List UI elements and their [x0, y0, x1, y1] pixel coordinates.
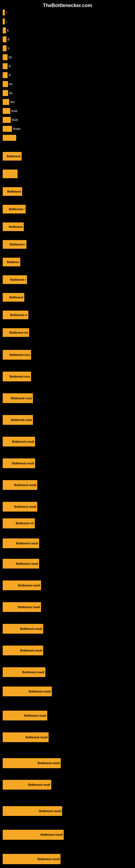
- bar-row: Bo: [3, 90, 13, 96]
- bar-row: Bottleneck result: [3, 758, 62, 768]
- bar-row: Bottleneck: [3, 187, 23, 196]
- bar: Bottleneck resul: [3, 393, 33, 403]
- bar: Bottleneck result: [3, 830, 64, 840]
- bar-inner-text: Bottleneck result: [22, 671, 44, 674]
- bar-label: Bottl: [10, 109, 17, 113]
- bar-row: Bottleneck result: [3, 667, 46, 677]
- bar-row: Bottleneck result: [3, 806, 63, 816]
- bar-inner-text: Bottleneck result: [38, 858, 59, 861]
- bar-inner-text: Bottleneck res: [9, 331, 28, 334]
- bar-inner-text: Bottleneck ref: [16, 522, 34, 525]
- bar-row: Bo: [3, 54, 12, 60]
- bar: Bottleneck result: [3, 806, 62, 816]
- bar-row: Bottleneck result: [3, 437, 36, 446]
- bar-label: Bo: [8, 56, 12, 59]
- bar: Bottleneck result: [3, 458, 35, 468]
- bar-label: Bottl: [11, 118, 18, 122]
- bar-inner-text: Bottleneck result: [18, 584, 40, 587]
- bar: Bottleneck result: [3, 502, 37, 512]
- bar: Bottleneck result: [3, 667, 45, 677]
- bar-row: Bottleneck result: [3, 559, 40, 568]
- bar-label: Bot: [9, 100, 15, 104]
- bar-row: [3, 169, 18, 178]
- bar: Bottleneck result: [3, 733, 49, 742]
- bar-inner-text: Bottleneck resul: [11, 418, 32, 422]
- bar-label: E: [6, 29, 9, 32]
- bar: Bottleneck: [3, 187, 22, 196]
- bar: [3, 90, 8, 96]
- bar-row: [3, 135, 17, 141]
- bar-row: Bottl: [3, 108, 17, 114]
- bar-inner-text: Bottleneck re: [10, 314, 27, 316]
- bar: [3, 9, 5, 16]
- bar-row: E: [3, 27, 9, 33]
- bar: [3, 72, 8, 78]
- bar-row: Bottleneck resu: [3, 372, 32, 381]
- bar-row: Bottleneck result: [3, 458, 36, 468]
- bar-label: |: [5, 11, 7, 14]
- bar: Bottleneck result: [3, 581, 41, 590]
- bar: Bottleneck result: [3, 711, 47, 720]
- bar-inner-text: Bottleneck r: [10, 278, 26, 281]
- bar: [3, 63, 8, 69]
- bar-row: Bottleneck result: [3, 733, 50, 742]
- bar-inner-text: Bottleneck: [9, 225, 23, 228]
- bar-row: Bottleneck: [3, 152, 23, 161]
- bar-row: Bottleneck result: [3, 711, 48, 720]
- bar-row: Bottleneck resu: [3, 350, 32, 360]
- bar: [3, 19, 5, 24]
- bar: Bottleneck result: [3, 758, 61, 768]
- bar-row: Bottleneck res: [3, 328, 30, 337]
- bar-inner-text: Bottleneck result: [18, 606, 40, 609]
- bar: Bottleneck resul: [3, 415, 33, 425]
- bar: Bottlenec: [3, 258, 20, 267]
- bar-label: B: [8, 65, 10, 68]
- bar-label: B: [8, 73, 10, 77]
- bar: [3, 81, 8, 87]
- bar: [3, 54, 8, 60]
- bar: Bottleneck: [3, 222, 24, 231]
- bar: Bottleneck result: [3, 854, 60, 864]
- bar-row: E: [3, 45, 9, 51]
- bar: Bottleneck resu: [3, 350, 31, 360]
- bar-row: B: [3, 36, 9, 42]
- bar: Bottleneck result: [3, 437, 35, 446]
- bar-label: E: [6, 46, 9, 50]
- bar-row: Bottleneck result: [3, 624, 44, 633]
- bar-inner-text: Bottleneck result: [29, 690, 51, 693]
- bar-row: Bottleneck resul: [3, 393, 34, 403]
- bar-inner-text: Bottleneck resul: [11, 397, 32, 400]
- bar-row: Bottleneck r: [3, 205, 27, 214]
- bar-inner-text: Bottleneck result: [28, 783, 50, 786]
- bar: Bottleneck result: [3, 480, 37, 490]
- bar-inner-text: Bottleneck result: [39, 810, 61, 813]
- bar: [3, 99, 9, 105]
- bar-inner-text: Bottleneck: [9, 296, 23, 299]
- bar-row: Bottlenec: [3, 258, 21, 267]
- bar-inner-text: Bottleneck result: [26, 736, 48, 739]
- bar: Bottleneck result: [3, 686, 52, 696]
- bar: Bottleneck: [3, 293, 24, 302]
- bar: Bottleneck result: [3, 624, 43, 633]
- bar-inner-text: Bottlenec: [7, 261, 19, 264]
- bar-row: Bottleneck r: [3, 240, 28, 249]
- bar: Bottleneck result: [3, 602, 41, 612]
- bar-row: Bottleneck r: [3, 275, 28, 284]
- bar-row: Bottleneck result: [3, 780, 52, 789]
- bar-row: Bottleneck result: [3, 480, 38, 490]
- bar-inner-text: Bottleneck resu: [10, 353, 30, 356]
- bar: Bottleneck resu: [3, 372, 31, 381]
- bar-inner-text: Bottleneck result: [20, 649, 42, 652]
- bar: Bottleneck: [3, 152, 21, 161]
- bar: Bottleneck result: [3, 646, 43, 655]
- bar-label: |: [5, 20, 7, 23]
- bar: [3, 117, 11, 123]
- site-title: TheBottlenecker.com: [0, 0, 135, 10]
- bar-inner-text: Bottleneck r: [10, 243, 26, 246]
- bar: Bottleneck res: [3, 328, 29, 337]
- bar: [3, 169, 17, 178]
- bar-row: Bottleneck result: [3, 830, 65, 840]
- bar-row: Bottleneck result: [3, 581, 42, 590]
- bar-row: Bo: [3, 81, 13, 87]
- bar-inner-text: Bottleneck result: [14, 505, 36, 508]
